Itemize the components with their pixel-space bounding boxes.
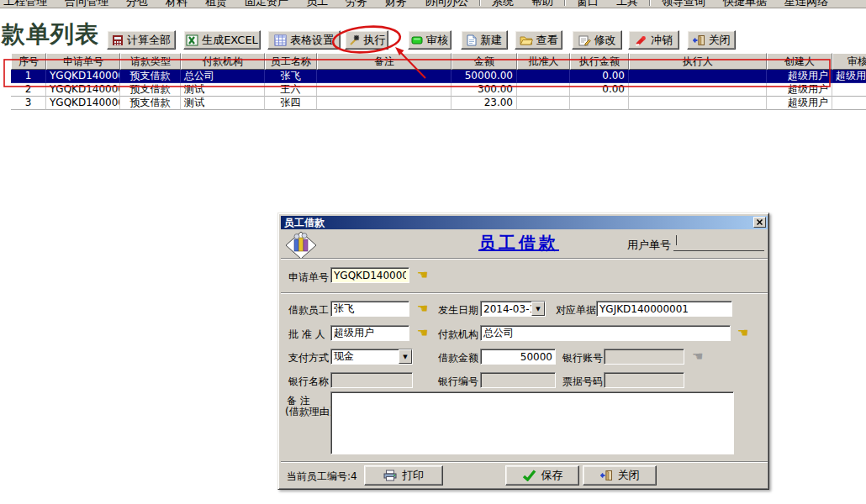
menu-item[interactable]: 领导查询: [662, 0, 705, 8]
button-label: 修改: [594, 33, 616, 48]
view-button[interactable]: 查看: [515, 30, 562, 50]
menu-item[interactable]: 材料: [166, 0, 187, 8]
execute-button[interactable]: 执行: [345, 30, 388, 50]
column-header[interactable]: 执行人: [629, 53, 767, 70]
cell-employee: 张四: [265, 97, 317, 110]
loan-list-table: 序号 申请单号 请款类型 付款机构 员工名称 备注 金额 批准人 执行金额 执行…: [11, 53, 866, 110]
column-header[interactable]: 创建人: [767, 53, 832, 70]
menu-separator: [649, 0, 651, 6]
pay-org-input[interactable]: [480, 325, 731, 341]
cell-org: 测试: [181, 83, 265, 97]
calc-all-button[interactable]: 计算全部: [107, 30, 176, 50]
menu-item[interactable]: 劳务: [346, 0, 367, 8]
menu-item[interactable]: 帮助: [531, 0, 553, 8]
menu-item[interactable]: 快捷单据: [723, 0, 767, 8]
header-divider: [281, 258, 768, 260]
menu-item[interactable]: 租赁: [205, 0, 227, 8]
dropdown-arrow-icon[interactable]: ▼: [399, 349, 412, 364]
table-settings-button[interactable]: 表格设置: [267, 30, 341, 50]
lookup-hand-icon[interactable]: ☚: [417, 269, 428, 281]
bank-no-input: [480, 372, 556, 388]
cell-amount: 23.00: [451, 97, 517, 110]
new-button[interactable]: 新建: [461, 30, 508, 50]
user-no-field[interactable]: [673, 239, 764, 251]
dialog-titlebar[interactable]: 员工借款: [281, 216, 768, 229]
table-row[interactable]: 3 YGQKD140000001 预支借款 测试 张四 23.00 超级用户: [11, 97, 866, 110]
lookup-hand-icon[interactable]: ☚: [417, 302, 428, 315]
table-row-selected[interactable]: 1 YGQKD140000003 预支借款 总公司 张飞 50000.00 0.…: [11, 70, 866, 83]
apply-no-label: 申请单号: [288, 270, 329, 285]
amount-label: 借款金额: [438, 351, 478, 365]
memo-textarea[interactable]: [330, 391, 734, 454]
cell-exec-amount: [570, 97, 629, 110]
cell-memo: [317, 70, 451, 83]
save-button[interactable]: 保存: [505, 465, 579, 486]
table-settings-icon: [274, 34, 287, 46]
lookup-hand-icon[interactable]: ☚: [737, 327, 748, 339]
lookup-hand-icon-disabled: ☚: [692, 350, 703, 363]
dialog-heading: 员工借款: [478, 232, 559, 255]
column-header[interactable]: 备注: [317, 53, 451, 70]
button-label: 保存: [541, 468, 563, 483]
table-header-row: 序号 申请单号 请款类型 付款机构 员工名称 备注 金额 批准人 执行金额 执行…: [11, 53, 866, 70]
modify-icon: [578, 34, 591, 46]
dialog-close-button[interactable]: [753, 217, 766, 228]
column-header[interactable]: 请款类型: [120, 53, 181, 70]
bill-no-input: [604, 372, 684, 388]
approver-input[interactable]: [330, 325, 409, 341]
pay-method-value: 现金: [331, 349, 399, 364]
menu-item[interactable]: 星连网络: [784, 0, 828, 8]
menu-item[interactable]: 分包: [126, 0, 148, 8]
borrower-label: 借款员工: [288, 303, 329, 318]
menu-item[interactable]: 协同办公: [425, 0, 468, 8]
column-header[interactable]: 执行金额: [570, 53, 629, 70]
cell-approver: [517, 70, 570, 83]
column-header[interactable]: 审核: [832, 53, 866, 70]
menu-item[interactable]: 系统: [492, 0, 514, 8]
button-label: 打印: [402, 468, 424, 483]
lookup-hand-icon[interactable]: ☚: [417, 327, 428, 339]
cell-auditor: 超级用户: [832, 70, 866, 83]
audit-button[interactable]: 审核: [408, 30, 451, 50]
ref-no-input[interactable]: [596, 301, 732, 317]
amount-input[interactable]: [480, 349, 556, 365]
table-row[interactable]: 2 YGQKD140000002 预支借款 测试 王六 300.00 0.00 …: [11, 83, 866, 97]
cell-amount: 50000.00: [451, 70, 517, 83]
menu-item[interactable]: 合同管理: [65, 0, 108, 8]
pay-method-combo[interactable]: 现金 ▼: [330, 349, 413, 365]
close-door-icon: [693, 34, 705, 46]
section-divider: [281, 292, 768, 294]
export-excel-button[interactable]: 生成EXCEL: [183, 30, 261, 50]
menu-item[interactable]: 工程管理: [3, 0, 47, 8]
dialog-title: 员工借款: [284, 216, 325, 230]
bank-name-input: [330, 372, 413, 388]
cell-org: 总公司: [181, 70, 265, 83]
close-button[interactable]: 关闭: [687, 30, 736, 50]
pay-method-label: 支付方式: [288, 351, 329, 365]
modify-button[interactable]: 修改: [572, 30, 622, 50]
menu-separator: [564, 0, 566, 6]
menu-item[interactable]: 固定资产: [245, 0, 288, 8]
cell-amount: 300.00: [451, 83, 517, 97]
writeoff-button[interactable]: 冲销: [628, 30, 679, 50]
dialog-close-footer-button[interactable]: 关闭: [583, 465, 657, 486]
menu-item[interactable]: 工具: [616, 0, 638, 8]
column-header[interactable]: 批准人: [517, 53, 570, 70]
cell-creator: 超级用户: [767, 70, 832, 83]
borrower-input[interactable]: [330, 301, 409, 317]
column-header[interactable]: 申请单号: [46, 53, 120, 70]
menu-item[interactable]: 员工: [306, 0, 328, 8]
column-header[interactable]: 员工名称: [265, 53, 317, 70]
new-document-icon: [467, 34, 477, 46]
dropdown-arrow-icon[interactable]: ▼: [531, 302, 545, 316]
date-combo[interactable]: 2014-03-10 ▼: [480, 301, 546, 317]
menu-item[interactable]: 财务: [385, 0, 407, 8]
date-value: 2014-03-10: [481, 303, 531, 315]
print-button[interactable]: 打印: [364, 465, 443, 486]
menu-item[interactable]: 窗口: [577, 0, 599, 8]
column-header[interactable]: 付款机构: [181, 53, 265, 70]
column-header[interactable]: 金额: [451, 53, 517, 70]
column-header[interactable]: 序号: [11, 53, 46, 70]
cell-apply-no: YGQKD140000001: [46, 97, 120, 110]
apply-no-input[interactable]: [330, 267, 409, 283]
